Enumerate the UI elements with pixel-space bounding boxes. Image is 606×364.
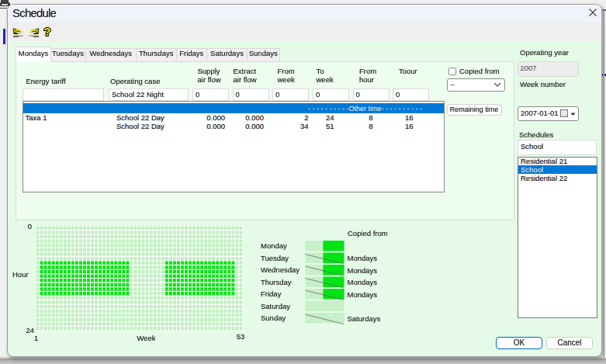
svg-text:?: ? xyxy=(43,26,50,38)
